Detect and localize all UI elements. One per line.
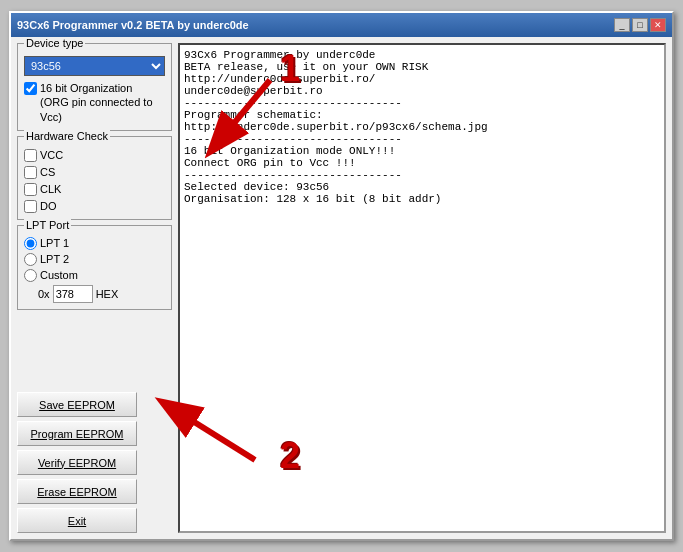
main-output-textarea[interactable] (180, 45, 664, 531)
hardware-check-group: Hardware Check VCC CS CLK (17, 136, 172, 220)
custom-radio[interactable] (24, 269, 37, 282)
titlebar-buttons: _ □ ✕ (614, 18, 666, 32)
lpt-label: LPT Port (24, 219, 71, 231)
device-type-select[interactable]: 93c56 93c46 93c66 93c86 (24, 56, 165, 76)
hex-input[interactable] (53, 285, 93, 303)
lpt1-row: LPT 1 (24, 237, 165, 250)
clk-label: CLK (40, 183, 61, 195)
org-checkbox[interactable] (24, 82, 37, 95)
cs-checkbox[interactable] (24, 166, 37, 179)
lpt2-label: LPT 2 (40, 253, 69, 265)
text-area-container (178, 43, 666, 533)
clk-checkbox[interactable] (24, 183, 37, 196)
exit-button[interactable]: Exit (17, 508, 137, 533)
check-cs: CS (24, 165, 165, 179)
cs-label: CS (40, 166, 55, 178)
org-text: 16 bit Organization (ORG pin connected t… (40, 81, 165, 124)
device-type-group: Device type 93c56 93c46 93c66 93c86 16 b… (17, 43, 172, 131)
custom-label: Custom (40, 269, 78, 281)
hex-input-row: 0x HEX (24, 285, 165, 303)
org-row: 16 bit Organization (ORG pin connected t… (24, 81, 165, 124)
lpt2-row: LPT 2 (24, 253, 165, 266)
do-label: DO (40, 200, 57, 212)
full-container: 93Cx6 Programmer v0.2 BETA by underc0de … (0, 0, 683, 552)
window-title: 93Cx6 Programmer v0.2 BETA by underc0de (17, 19, 249, 31)
minimize-button[interactable]: _ (614, 18, 630, 32)
device-type-label: Device type (24, 37, 85, 49)
hardware-check-label: Hardware Check (24, 130, 110, 142)
titlebar: 93Cx6 Programmer v0.2 BETA by underc0de … (11, 13, 672, 37)
check-clk: CLK (24, 182, 165, 196)
lpt1-radio[interactable] (24, 237, 37, 250)
do-checkbox[interactable] (24, 200, 37, 213)
erase-eeprom-button[interactable]: Erase EEPROM (17, 479, 137, 504)
verify-eeprom-button[interactable]: Verify EEPROM (17, 450, 137, 475)
main-window: 93Cx6 Programmer v0.2 BETA by underc0de … (9, 11, 674, 541)
close-button[interactable]: ✕ (650, 18, 666, 32)
save-eeprom-button[interactable]: Save EEPROM (17, 392, 137, 417)
right-panel (178, 43, 666, 533)
hex-prefix: 0x (38, 288, 50, 300)
check-vcc: VCC (24, 148, 165, 162)
hex-suffix: HEX (96, 288, 119, 300)
check-do: DO (24, 199, 165, 213)
buttons-panel: Save EEPROM Program EEPROM Verify EEPROM… (17, 392, 172, 533)
maximize-button[interactable]: □ (632, 18, 648, 32)
lpt2-radio[interactable] (24, 253, 37, 266)
lpt-group: LPT Port LPT 1 LPT 2 Custom 0x (17, 225, 172, 310)
left-panel: Device type 93c56 93c46 93c66 93c86 16 b… (17, 43, 172, 533)
custom-row: Custom (24, 269, 165, 282)
vcc-label: VCC (40, 149, 63, 161)
lpt1-label: LPT 1 (40, 237, 69, 249)
window-body: Device type 93c56 93c46 93c66 93c86 16 b… (11, 37, 672, 539)
program-eeprom-button[interactable]: Program EEPROM (17, 421, 137, 446)
device-select-row: 93c56 93c46 93c66 93c86 (24, 56, 165, 76)
vcc-checkbox[interactable] (24, 149, 37, 162)
